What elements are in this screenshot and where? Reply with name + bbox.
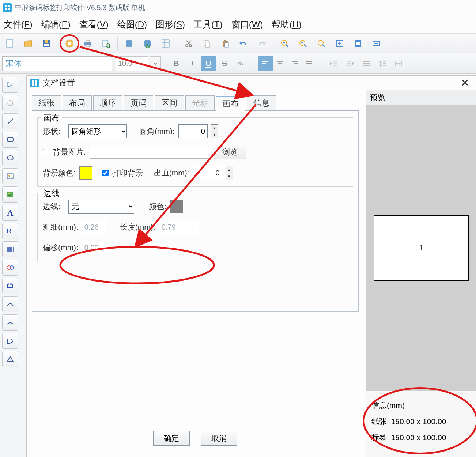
link-button[interactable] [233,56,248,71]
tab-cursor[interactable]: 光标 [185,95,215,110]
color-label: 颜色: [149,201,166,212]
menu-view[interactable]: 查看(V) [79,19,109,30]
curve-tool[interactable] [2,296,18,312]
border-label: 边线: [43,201,65,212]
text-tool[interactable]: A [2,205,18,221]
zoom-in-button[interactable] [277,37,292,50]
rotate-tool[interactable] [2,95,18,111]
triangle-tool[interactable] [2,351,18,367]
length-input[interactable] [159,220,199,234]
tab-canvas[interactable]: 画布 [216,96,245,111]
fit-width-button[interactable] [369,37,384,50]
zoom-out-button[interactable] [295,37,311,50]
menu-edit[interactable]: 编辑(E) [41,19,71,30]
tab-range[interactable]: 区间 [155,95,184,110]
ellipse-tool[interactable] [2,150,18,166]
underline-button[interactable]: U [201,56,216,71]
align-right-button[interactable] [287,56,302,71]
line-height-button[interactable] [375,56,390,71]
corner-input[interactable] [178,124,208,138]
font-size-input[interactable]: 10.0 [116,56,148,71]
svg-rect-11 [86,40,90,42]
font-family-combo[interactable]: 宋体 [2,56,112,71]
thickness-input[interactable] [82,220,107,234]
paste-button[interactable] [218,37,233,50]
cancel-button[interactable]: 取消 [201,431,237,446]
preview-button[interactable] [98,37,114,50]
svg-line-26 [286,45,288,47]
bgcolor-swatch[interactable] [79,166,92,180]
tab-info[interactable]: 信息 [247,95,276,110]
cut-button[interactable] [181,37,196,50]
fit-button[interactable] [332,37,347,50]
italic-button[interactable]: I [185,56,200,71]
fit-page-button[interactable] [350,37,366,50]
dialog-icon [30,79,39,87]
indent-right-button[interactable] [343,56,358,71]
indent-left-button[interactable] [327,56,341,71]
align-justify-button[interactable] [302,56,317,71]
line-tool[interactable] [2,113,18,129]
font-toolbar: 宋体 10.0 B I U S [0,53,476,74]
tab-order[interactable]: 顺序 [93,95,122,110]
roundrect-tool[interactable] [2,132,18,148]
bgimg-path-input[interactable] [90,146,210,159]
corner-spinner[interactable]: ▲▼ [211,124,218,138]
redo-button[interactable] [254,37,269,50]
align-left-button[interactable] [258,56,273,71]
menu-tool[interactable]: 工具(T) [194,19,223,30]
align-center-button[interactable] [273,56,287,71]
browse-button[interactable]: 浏览 [214,145,246,159]
font-size-dropdown[interactable] [150,56,161,71]
svg-line-28 [304,45,306,47]
svg-rect-1 [8,5,10,7]
offset-input[interactable] [82,241,107,254]
strike-button[interactable]: S [217,56,232,71]
grid-button[interactable] [158,37,173,50]
svg-rect-46 [35,80,37,83]
ok-button[interactable]: 确定 [153,431,190,446]
image-tool[interactable] [2,186,18,203]
printbg-checkbox[interactable] [102,170,109,176]
menu-help[interactable]: 帮助(H) [272,19,301,30]
char-spacing-button[interactable] [391,56,406,71]
undo-button[interactable] [236,37,251,50]
border-combo[interactable]: 无 [68,200,134,214]
database-button[interactable] [121,37,137,50]
document-settings-dialog: 文档设置 ✕ 纸张 布局 顺序 页码 区间 光标 画布 信息 画布 形状: [26,75,476,457]
bleed-input[interactable] [193,166,222,180]
open-button[interactable] [20,37,36,50]
qrcode-tool[interactable] [2,260,18,276]
bold-button[interactable]: B [169,56,184,71]
close-icon[interactable]: ✕ [458,77,472,89]
richtext-tool[interactable]: R≡ [2,223,18,239]
electronic-tool[interactable] [2,278,18,294]
new-button[interactable] [2,37,18,50]
menu-draw[interactable]: 绘图(D) [117,19,147,30]
tab-paper[interactable]: 纸张 [32,95,61,110]
bleed-spinner[interactable]: ▲▼ [226,166,233,180]
barcode-tool[interactable] [2,241,18,257]
menu-file[interactable]: 文件(F) [4,19,33,30]
pointer-tool[interactable] [2,77,18,93]
polygon-tool[interactable] [2,333,18,349]
offset-label: 偏移(mm): [43,242,78,253]
border-legend: 边线 [41,188,62,199]
copy-button[interactable] [199,37,215,50]
database-refresh-button[interactable] [140,37,155,50]
image-insert-tool[interactable] [2,168,18,184]
arc-tool[interactable] [2,314,18,331]
menu-shape[interactable]: 图形(S) [156,19,185,30]
document-settings-button[interactable] [62,37,77,50]
spacing-button[interactable] [359,56,374,71]
shape-combo[interactable]: 圆角矩形 [68,124,127,138]
bgimg-checkbox[interactable] [43,149,49,155]
zoom-reset-button[interactable] [314,37,329,50]
border-color-swatch[interactable] [170,200,183,213]
tab-layout[interactable]: 布局 [63,95,92,110]
save-button[interactable] [39,37,54,50]
svg-rect-3 [8,8,10,10]
tab-pagenum[interactable]: 页码 [124,95,153,110]
menu-window[interactable]: 窗口(W) [231,19,263,30]
print-button[interactable] [80,37,95,50]
